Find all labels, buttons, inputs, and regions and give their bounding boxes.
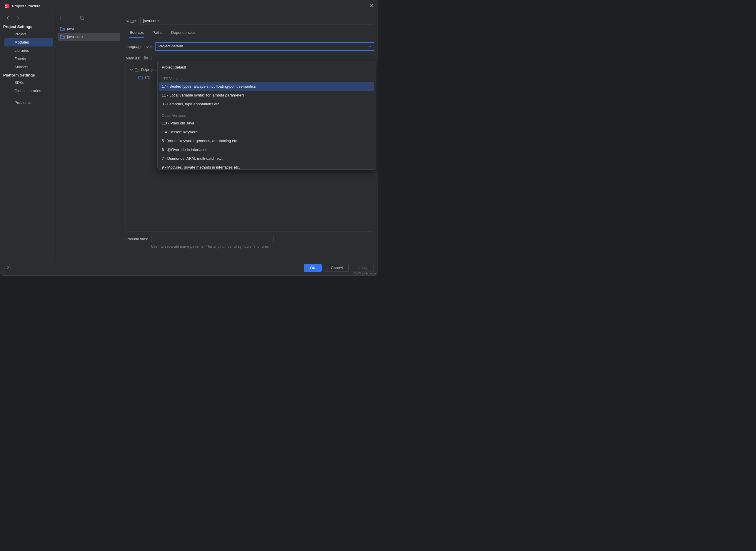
svg-rect-5 bbox=[62, 29, 64, 30]
folder-icon bbox=[144, 56, 148, 59]
folder-icon bbox=[135, 68, 139, 72]
add-module-button[interactable] bbox=[58, 15, 64, 21]
module-icon bbox=[60, 26, 65, 31]
module-label: java-core bbox=[67, 34, 83, 40]
separator bbox=[160, 73, 373, 73]
dd-item-1-3[interactable]: 1.3 - Plain old Java bbox=[158, 119, 376, 128]
module-item-java[interactable]: java bbox=[56, 24, 122, 33]
platform-settings-header: Platform Settings bbox=[0, 71, 56, 78]
language-level-combo[interactable]: Project default bbox=[155, 42, 374, 51]
language-level-row: Language level: Project default bbox=[126, 38, 374, 54]
chevron-down-icon bbox=[130, 68, 133, 71]
dd-item-7[interactable]: 7 - Diamonds, ARM, multi-catch etc. bbox=[158, 154, 376, 163]
close-icon bbox=[370, 4, 373, 7]
dd-item-5[interactable]: 5 - 'enum' keyword, generics, autoboxing… bbox=[158, 136, 376, 145]
dd-item-6[interactable]: 6 - @Override in interfaces bbox=[158, 145, 376, 154]
nav-item-modules[interactable]: Modules bbox=[4, 38, 53, 46]
dd-item-project-default[interactable]: Project default bbox=[158, 63, 376, 72]
dd-item-1-4[interactable]: 1.4 - 'assert' keyword bbox=[158, 128, 376, 136]
watermark: CSDN @ittimeline bbox=[353, 272, 376, 275]
module-icon bbox=[60, 34, 65, 39]
module-item-java-core[interactable]: java-core bbox=[58, 33, 120, 41]
name-row: Name: bbox=[126, 15, 374, 27]
cancel-button[interactable]: Cancel bbox=[325, 264, 349, 272]
forward-button[interactable] bbox=[16, 16, 20, 20]
module-tabs: Sources Paths Dependencies bbox=[126, 27, 374, 38]
copy-icon bbox=[80, 16, 84, 20]
dd-item-8[interactable]: 8 - Lambdas, type annotations etc. bbox=[158, 100, 376, 108]
dd-item-17[interactable]: 17 - Sealed types, always-strict floatin… bbox=[159, 82, 374, 91]
app-icon bbox=[4, 4, 9, 9]
dd-item-9[interactable]: 9 - Modules, private methods in interfac… bbox=[158, 163, 376, 170]
dd-header-lts: LTS Versions bbox=[158, 74, 376, 82]
mark-as-label: Mark as: bbox=[126, 56, 140, 60]
nav-item-global-libraries[interactable]: Global Libraries bbox=[0, 87, 56, 95]
nav-item-sdks[interactable]: SDKs bbox=[0, 78, 56, 87]
dd-header-other: Other Versions bbox=[158, 111, 376, 119]
plus-icon bbox=[59, 16, 63, 20]
dd-item-11[interactable]: 11 - Local variable syntax for lambda pa… bbox=[158, 91, 376, 100]
body: Project Settings Project Modules Librari… bbox=[0, 12, 378, 260]
project-settings-header: Project Settings bbox=[0, 23, 56, 30]
name-label: Name: bbox=[126, 19, 137, 23]
tab-dependencies[interactable]: Dependencies bbox=[171, 29, 196, 38]
ok-button[interactable]: OK bbox=[304, 264, 322, 272]
module-name-input[interactable] bbox=[140, 17, 374, 24]
exclude-row: Exclude files: Use ; to separate name pa… bbox=[126, 231, 374, 250]
back-button[interactable] bbox=[6, 16, 10, 20]
module-list-panel: java java-core bbox=[56, 12, 122, 260]
svg-rect-4 bbox=[81, 17, 84, 20]
module-label: java bbox=[67, 26, 74, 31]
nav-item-facets[interactable]: Facets bbox=[0, 55, 56, 63]
nav-item-artifacts[interactable]: Artifacts bbox=[0, 63, 56, 71]
tab-sources[interactable]: Sources bbox=[129, 29, 144, 38]
language-level-dropdown[interactable]: Project default LTS Versions 17 - Sealed… bbox=[157, 61, 376, 170]
language-level-label: Language level: bbox=[126, 44, 153, 49]
nav-item-libraries[interactable]: Libraries bbox=[0, 46, 56, 55]
svg-rect-2 bbox=[5, 7, 7, 8]
module-toolbar bbox=[56, 12, 122, 24]
help-button[interactable]: ? bbox=[4, 265, 11, 271]
exclude-hint: Use ; to separate name patterns, * for a… bbox=[151, 243, 273, 248]
window-title: Project Structure bbox=[12, 4, 367, 8]
remove-module-button[interactable] bbox=[69, 15, 74, 21]
tab-paths[interactable]: Paths bbox=[152, 29, 163, 38]
separator bbox=[160, 110, 373, 110]
apply-button[interactable]: Apply bbox=[352, 264, 374, 272]
svg-rect-1 bbox=[5, 5, 6, 6]
tree-label: D:\project bbox=[141, 66, 158, 73]
button-row: OK Cancel Apply bbox=[304, 264, 374, 272]
nav-item-problems[interactable]: Problems bbox=[0, 98, 56, 107]
exclude-files-input[interactable] bbox=[151, 235, 273, 243]
combo-value: Project default bbox=[158, 44, 183, 48]
project-structure-dialog: Project Structure Project Settings Proje… bbox=[0, 0, 378, 276]
dialog-footer: ? OK Cancel Apply bbox=[0, 260, 378, 276]
titlebar: Project Structure bbox=[0, 0, 378, 12]
svg-rect-6 bbox=[62, 37, 64, 38]
nav-history bbox=[0, 12, 56, 23]
chevron-down-icon bbox=[368, 45, 371, 48]
module-editor-panel: Name: Sources Paths Dependencies Languag… bbox=[122, 12, 378, 260]
nav-item-project[interactable]: Project bbox=[0, 30, 56, 38]
tree-label: src bbox=[145, 74, 150, 81]
folder-icon bbox=[138, 76, 143, 79]
copy-module-button[interactable] bbox=[79, 15, 85, 21]
minus-icon bbox=[69, 16, 74, 20]
mark-as-sources-button[interactable]: S bbox=[144, 56, 152, 60]
left-nav-panel: Project Settings Project Modules Librari… bbox=[0, 12, 56, 260]
close-button[interactable] bbox=[367, 2, 376, 10]
exclude-label: Exclude files: bbox=[126, 235, 148, 241]
